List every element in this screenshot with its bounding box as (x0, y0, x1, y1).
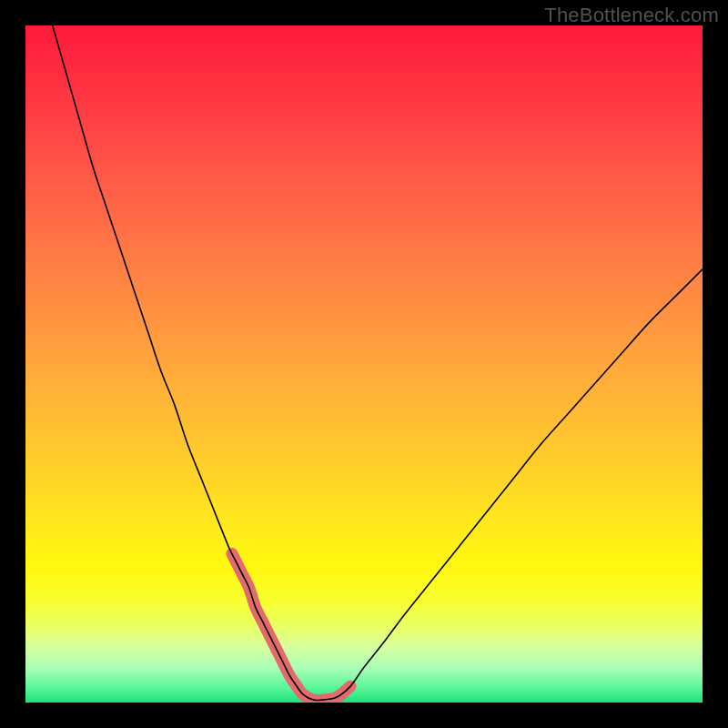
chart-stage: TheBottleneck.com (0, 0, 728, 728)
watermark-text: TheBottleneck.com (544, 4, 719, 27)
plot-area (25, 25, 703, 703)
heat-gradient (25, 25, 703, 703)
